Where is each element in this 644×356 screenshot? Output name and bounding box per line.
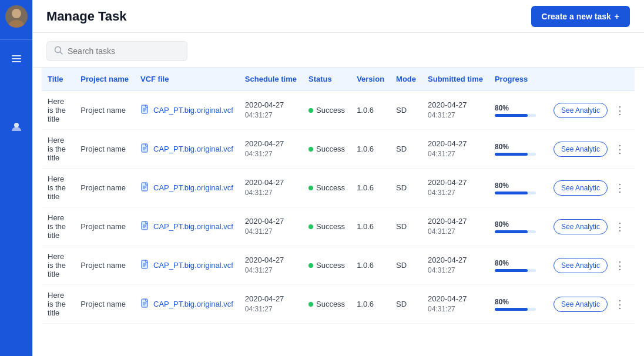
svg-rect-24	[142, 260, 147, 268]
more-options-button[interactable]: ⋮	[611, 219, 629, 234]
col-version: Version	[351, 68, 390, 91]
schedule-date: 2020-04-27	[245, 216, 297, 227]
status-dot	[308, 147, 313, 152]
schedule-time: 04:31:27	[245, 149, 297, 159]
cell-version: 1.0.6	[351, 130, 390, 169]
cell-title: Here is the title	[42, 207, 75, 246]
user-profile-icon[interactable]	[5, 115, 28, 139]
cell-actions: See Analytic ⋮	[548, 246, 635, 285]
more-options-button[interactable]: ⋮	[611, 297, 629, 312]
progress-bar-bg	[495, 114, 536, 117]
cell-actions: See Analytic ⋮	[548, 169, 635, 207]
vcf-file-icon	[140, 105, 150, 116]
svg-line-7	[61, 52, 63, 55]
cell-title: Here is the title	[42, 130, 75, 169]
cell-schedule-time: 2020-04-27 04:31:27	[239, 285, 303, 324]
cell-submitted-time: 2020-04-27 04:31:27	[422, 246, 489, 285]
submitted-time: 04:31:27	[428, 149, 483, 159]
svg-rect-4	[12, 61, 21, 62]
svg-rect-20	[142, 221, 147, 230]
progress-bar-fill	[495, 308, 528, 311]
svg-rect-16	[142, 183, 147, 191]
col-title: Title	[42, 68, 75, 91]
avatar	[5, 5, 28, 28]
cell-progress: 80%	[489, 207, 548, 246]
submitted-time: 04:31:27	[428, 188, 483, 198]
more-options-button[interactable]: ⋮	[611, 103, 629, 118]
cell-project-name: Project name	[75, 207, 135, 246]
vcf-filename: CAP_PT.big.original.vcf	[153, 106, 233, 115]
vcf-filename: CAP_PT.big.original.vcf	[153, 261, 233, 270]
cell-status: Success	[303, 207, 351, 246]
schedule-date: 2020-04-27	[245, 255, 297, 266]
submitted-date: 2020-04-27	[428, 177, 483, 188]
status-text: Success	[316, 300, 345, 308]
see-analytic-button[interactable]: See Analytic	[554, 103, 608, 118]
search-input[interactable]	[68, 46, 180, 56]
cell-schedule-time: 2020-04-27 04:31:27	[239, 91, 303, 130]
sidebar	[0, 0, 32, 356]
vcf-file-icon	[140, 221, 150, 232]
cell-project-name: Project name	[75, 246, 135, 285]
create-task-label: Create a new task	[542, 12, 611, 21]
menu-icon[interactable]	[5, 47, 28, 70]
status-dot	[308, 186, 313, 190]
see-analytic-button[interactable]: See Analytic	[554, 258, 608, 273]
cell-vcf-file: CAP_PT.big.original.vcf	[135, 169, 239, 207]
cell-title: Here is the title	[42, 91, 75, 130]
more-options-button[interactable]: ⋮	[611, 258, 629, 273]
progress-bar-bg	[495, 308, 536, 311]
schedule-time: 04:31:27	[245, 304, 297, 314]
cell-vcf-file: CAP_PT.big.original.vcf	[135, 91, 239, 130]
cell-mode: SD	[390, 130, 422, 169]
svg-point-0	[12, 9, 21, 18]
avatar-button[interactable]	[0, 0, 32, 32]
schedule-date: 2020-04-27	[245, 294, 297, 304]
col-progress: Progress	[489, 68, 548, 91]
status-dot	[308, 302, 313, 307]
cell-title: Here is the title	[42, 169, 75, 207]
create-task-button[interactable]: Create a new task +	[531, 6, 630, 27]
progress-label: 80%	[495, 298, 542, 306]
submitted-time: 04:31:27	[428, 266, 483, 276]
see-analytic-button[interactable]: See Analytic	[554, 142, 608, 157]
cell-actions: See Analytic ⋮	[548, 207, 635, 246]
cell-mode: SD	[390, 91, 422, 130]
vcf-filename: CAP_PT.big.original.vcf	[153, 183, 233, 192]
submitted-time: 04:31:27	[428, 227, 483, 237]
vcf-filename: CAP_PT.big.original.vcf	[153, 145, 233, 153]
cell-progress: 80%	[489, 130, 548, 169]
submitted-date: 2020-04-27	[428, 294, 483, 304]
progress-bar-fill	[495, 192, 528, 194]
svg-rect-3	[12, 58, 21, 59]
svg-rect-12	[142, 144, 147, 152]
svg-point-1	[9, 20, 24, 28]
cell-mode: SD	[390, 207, 422, 246]
table-container: Title Project name VCF file Schedule tim…	[32, 68, 644, 356]
cell-schedule-time: 2020-04-27 04:31:27	[239, 130, 303, 169]
cell-version: 1.0.6	[351, 285, 390, 324]
cell-progress: 80%	[489, 285, 548, 324]
more-options-button[interactable]: ⋮	[611, 180, 629, 196]
progress-label: 80%	[495, 143, 542, 151]
cell-status: Success	[303, 246, 351, 285]
table-row: Here is the title Project name CAP_PT.bi…	[42, 246, 635, 285]
see-analytic-button[interactable]: See Analytic	[554, 180, 608, 196]
vcf-filename: CAP_PT.big.original.vcf	[153, 222, 233, 231]
more-options-button[interactable]: ⋮	[611, 142, 629, 157]
progress-bar-fill	[495, 269, 528, 272]
cell-mode: SD	[390, 169, 422, 207]
status-text: Success	[316, 222, 345, 231]
see-analytic-button[interactable]: See Analytic	[554, 297, 608, 312]
vcf-file-icon	[140, 298, 150, 310]
progress-bar-bg	[495, 269, 536, 272]
see-analytic-button[interactable]: See Analytic	[554, 219, 608, 234]
submitted-date: 2020-04-27	[428, 255, 483, 266]
cell-version: 1.0.6	[351, 246, 390, 285]
status-text: Success	[316, 183, 345, 192]
cell-progress: 80%	[489, 169, 548, 207]
status-text: Success	[316, 261, 345, 270]
progress-bar-bg	[495, 230, 536, 233]
progress-label: 80%	[495, 182, 542, 190]
cell-schedule-time: 2020-04-27 04:31:27	[239, 207, 303, 246]
